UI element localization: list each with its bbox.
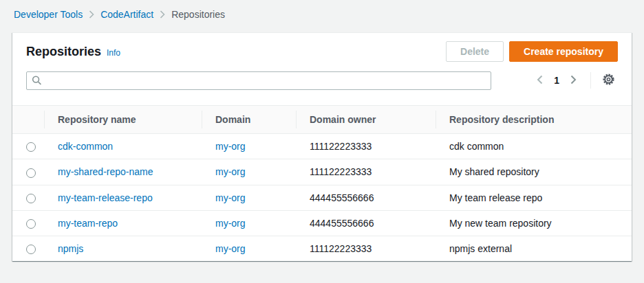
repository-link[interactable]: npmjs (58, 243, 83, 254)
settings-button[interactable] (599, 70, 618, 91)
create-repository-button[interactable]: Create repository (509, 41, 618, 62)
table-row: my-team-release-repo my-org 444455556666… (12, 185, 632, 210)
domain-owner-cell: 444455556666 (296, 185, 436, 210)
domain-link[interactable]: my-org (215, 218, 246, 229)
current-page-number[interactable]: 1 (550, 75, 564, 86)
table-row: npmjs my-org 111122223333 npmjs external (12, 236, 632, 262)
chevron-left-icon (537, 75, 543, 87)
gear-icon (602, 73, 615, 88)
delete-button[interactable]: Delete (446, 41, 504, 62)
info-link[interactable]: Info (107, 48, 120, 58)
repository-link[interactable]: cdk-common (58, 141, 113, 152)
breadcrumb: Developer Tools CodeArtifact Repositorie… (0, 0, 644, 32)
domain-owner-cell: 111122223333 (296, 134, 436, 159)
domain-owner-cell: 111122223333 (296, 236, 436, 262)
select-column-header (12, 106, 44, 134)
breadcrumb-current: Repositories (171, 9, 225, 20)
breadcrumb-separator-icon (89, 10, 94, 19)
domain-link[interactable]: my-org (215, 141, 246, 152)
search-icon (32, 76, 42, 86)
title-wrap: Repositories Info (26, 45, 120, 59)
row-radio[interactable] (26, 168, 36, 178)
breadcrumb-separator-icon (160, 10, 165, 19)
repository-link[interactable]: my-team-repo (58, 218, 118, 229)
repository-description-cell: cdk common (436, 134, 632, 159)
toolbar-divider (590, 72, 591, 89)
column-header-domain-owner: Domain owner (296, 106, 436, 134)
domain-owner-cell: 111122223333 (296, 159, 436, 185)
chevron-right-icon (570, 75, 577, 87)
domain-link[interactable]: my-org (215, 192, 246, 203)
search-wrap (26, 71, 491, 90)
row-radio[interactable] (26, 219, 36, 229)
page-title: Repositories (26, 45, 101, 59)
table-toolbar: 1 (12, 67, 632, 91)
repository-link[interactable]: my-shared-repo-name (58, 166, 153, 177)
breadcrumb-link-developer-tools[interactable]: Developer Tools (14, 9, 83, 20)
row-radio[interactable] (26, 194, 36, 203)
column-header-repository-description: Repository description (436, 106, 632, 134)
header-actions: Delete Create repository (446, 41, 618, 62)
domain-link[interactable]: my-org (215, 243, 246, 254)
pagination: 1 (531, 70, 618, 91)
domain-owner-cell: 444455556666 (296, 210, 436, 236)
repositories-panel: Repositories Info Delete Create reposito… (12, 32, 632, 261)
row-radio[interactable] (26, 142, 36, 152)
panel-header: Repositories Info Delete Create reposito… (12, 33, 632, 67)
repository-link[interactable]: my-team-release-repo (58, 192, 153, 203)
repository-description-cell: My team release repo (436, 185, 632, 210)
row-radio[interactable] (26, 245, 36, 254)
breadcrumb-link-codeartifact[interactable]: CodeArtifact (100, 9, 153, 20)
table-row: my-shared-repo-name my-org 111122223333 … (12, 159, 632, 185)
table-row: cdk-common my-org 111122223333 cdk commo… (12, 134, 632, 159)
search-input[interactable] (26, 71, 491, 90)
domain-link[interactable]: my-org (215, 166, 246, 177)
column-header-domain: Domain (202, 106, 296, 134)
table-header-row: Repository name Domain Domain owner Repo… (12, 106, 632, 134)
repository-description-cell: My new team repository (436, 210, 632, 236)
column-header-repository-name: Repository name (44, 106, 202, 134)
table-row: my-team-repo my-org 444455556666 My new … (12, 210, 632, 236)
repositories-table: Repository name Domain Domain owner Repo… (12, 105, 632, 261)
next-page-button[interactable] (565, 72, 582, 89)
repository-description-cell: My shared repository (436, 159, 632, 185)
previous-page-button[interactable] (531, 72, 548, 89)
repository-description-cell: npmjs external (436, 236, 632, 262)
